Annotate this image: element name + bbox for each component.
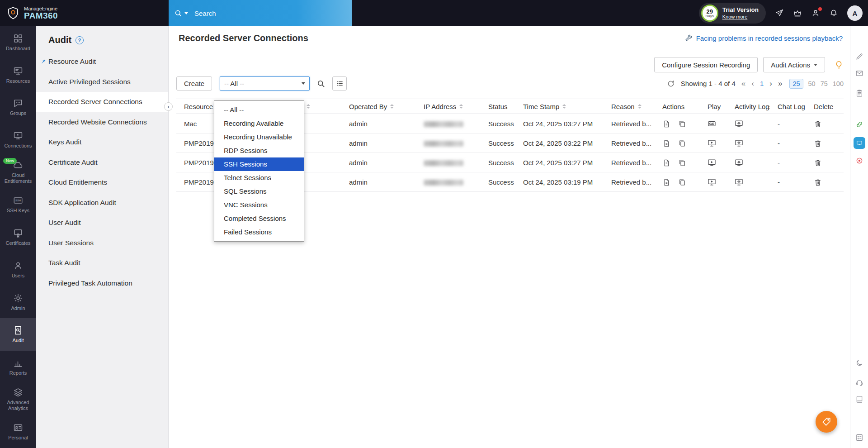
rail-item-ssh-keys[interactable]: SSH SSH Keys	[0, 188, 36, 221]
dropdown-option[interactable]: Telnet Sessions	[214, 171, 304, 185]
search-icon[interactable]	[316, 79, 326, 88]
sidebar-item[interactable]: Recorded Website Connections	[36, 112, 168, 133]
rail-item-admin[interactable]: Admin	[0, 286, 36, 319]
link-icon[interactable]	[855, 120, 863, 129]
dropdown-option[interactable]: Completed Sessions	[214, 212, 304, 225]
know-more-link[interactable]: Know more	[722, 14, 759, 20]
play-session-icon[interactable]	[708, 158, 716, 167]
sidebar-item[interactable]: Active Privileged Sessions	[36, 72, 168, 92]
sidebar-collapse-button[interactable]: ‹	[164, 102, 173, 111]
mail-icon[interactable]	[855, 69, 863, 77]
help-icon[interactable]: ?	[75, 36, 84, 44]
rail-item-cloud-entitlements[interactable]: New Cloud Entitlements	[0, 156, 36, 189]
dropdown-option[interactable]: SQL Sessions	[214, 185, 304, 198]
first-page-button[interactable]: «	[741, 80, 745, 87]
sidebar-item[interactable]: Certificate Audit	[36, 153, 168, 173]
current-page[interactable]: 1	[760, 80, 764, 87]
sidebar-item[interactable]: Privileged Task Automation	[36, 273, 168, 294]
pencil-icon[interactable]	[855, 52, 863, 61]
activity-logs-icon[interactable]	[735, 139, 743, 148]
trash-icon[interactable]	[814, 159, 822, 167]
rail-item-advanced-analytics[interactable]: Advanced Analytics	[0, 383, 36, 416]
user-alert-icon[interactable]	[811, 9, 820, 18]
activity-logs-icon[interactable]	[735, 158, 743, 167]
sort-icon[interactable]	[562, 104, 566, 109]
dropdown-option[interactable]: VNC Sessions	[214, 198, 304, 212]
rail-item-connections[interactable]: Connections	[0, 124, 36, 156]
sessions-tile-icon[interactable]	[854, 137, 865, 149]
user-avatar[interactable]: A	[847, 5, 863, 21]
rail-item-certificates[interactable]: Certificates	[0, 221, 36, 253]
lightbulb-icon[interactable]	[834, 60, 844, 70]
column-header[interactable]: Reason	[604, 99, 655, 114]
rail-item-groups[interactable]: Groups	[0, 91, 36, 124]
session-details-icon[interactable]	[662, 159, 670, 167]
sidebar-item[interactable]: Task Audit	[36, 253, 168, 273]
column-header[interactable]: Actions	[655, 99, 700, 114]
copy-icon[interactable]	[678, 178, 686, 186]
activity-logs-icon[interactable]	[735, 178, 743, 186]
session-details-icon[interactable]	[662, 139, 670, 148]
sidebar-item[interactable]: User Audit	[36, 213, 168, 233]
recording-icon[interactable]	[708, 119, 716, 128]
tasks-checklist-icon[interactable]	[855, 434, 863, 442]
record-icon[interactable]	[855, 157, 863, 165]
trial-badge[interactable]: 29 Days Trial Version Know more	[699, 3, 766, 24]
sort-icon[interactable]	[638, 104, 642, 109]
trash-icon[interactable]	[814, 139, 822, 148]
column-header[interactable]: IP Address	[416, 99, 481, 114]
prev-page-button[interactable]: ‹	[751, 80, 754, 87]
clipboard-icon[interactable]	[855, 89, 863, 97]
column-header[interactable]: Operated By	[341, 99, 416, 114]
sidebar-item[interactable]: SDK Application Audit	[36, 193, 168, 213]
sort-icon[interactable]	[307, 104, 310, 109]
session-details-icon[interactable]	[662, 120, 670, 128]
dropdown-option[interactable]: Recording Available	[214, 117, 304, 130]
column-header[interactable]: Status	[481, 99, 515, 114]
page-size-option[interactable]: 75	[821, 80, 828, 87]
search-scope-toggle[interactable]	[174, 9, 188, 18]
column-header[interactable]: Activity Logs	[727, 99, 770, 114]
play-session-icon[interactable]	[708, 178, 716, 186]
session-filter-select[interactable]: -- All --	[220, 76, 310, 91]
sidebar-item[interactable]: Cloud Entitlements	[36, 172, 168, 193]
crown-icon[interactable]	[793, 9, 802, 18]
rail-item-audit[interactable]: Audit	[0, 318, 36, 351]
session-details-icon[interactable]	[662, 178, 670, 186]
audit-actions-button[interactable]: Audit Actions	[763, 57, 825, 72]
chat-fab-button[interactable]	[816, 411, 837, 433]
trash-icon[interactable]	[814, 178, 822, 186]
next-page-button[interactable]: ›	[769, 80, 772, 87]
create-button[interactable]: Create	[176, 76, 212, 91]
dropdown-option[interactable]: -- All --	[214, 103, 304, 117]
column-header[interactable]: Play	[700, 99, 727, 114]
trash-icon[interactable]	[814, 120, 822, 128]
page-size-option[interactable]: 100	[833, 80, 844, 87]
copy-icon[interactable]	[678, 159, 686, 167]
global-search-input[interactable]: Search	[169, 0, 352, 26]
sort-icon[interactable]	[390, 104, 394, 109]
column-header[interactable]: Delete	[806, 99, 844, 114]
configure-session-recording-button[interactable]: Configure Session Recording	[654, 57, 758, 72]
rail-item-reports[interactable]: Reports	[0, 351, 36, 383]
sidebar-item[interactable]: Resource Audit	[36, 52, 168, 72]
playback-help-link[interactable]: Facing problems in recorded sessions pla…	[684, 34, 843, 42]
dropdown-option[interactable]: Recording Unavailable	[214, 130, 304, 144]
activity-logs-icon[interactable]	[735, 119, 743, 128]
docs-book-icon[interactable]	[855, 395, 863, 403]
page-size-option[interactable]: 50	[808, 80, 816, 87]
dropdown-option[interactable]: Failed Sessions	[214, 225, 304, 239]
sidebar-item[interactable]: Keys Audit	[36, 132, 168, 153]
dark-mode-icon[interactable]	[855, 359, 863, 367]
support-headset-icon[interactable]	[855, 378, 863, 386]
sidebar-item[interactable]: Recorded Server Connections	[36, 92, 168, 112]
column-header[interactable]: Time Stamp	[515, 99, 604, 114]
sort-icon[interactable]	[459, 104, 463, 109]
dropdown-option[interactable]: SSH Sessions	[214, 157, 304, 171]
sidebar-item[interactable]: User Sessions	[36, 233, 168, 253]
rail-item-resources[interactable]: Resources	[0, 59, 36, 91]
copy-icon[interactable]	[678, 120, 686, 128]
send-icon[interactable]	[775, 9, 784, 18]
refresh-icon[interactable]	[667, 80, 675, 88]
column-header[interactable]: Chat Log	[770, 99, 806, 114]
